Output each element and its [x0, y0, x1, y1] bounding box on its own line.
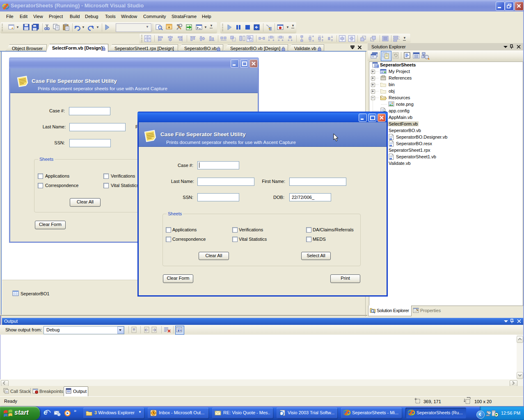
- svg-text:VB: VB: [375, 65, 379, 68]
